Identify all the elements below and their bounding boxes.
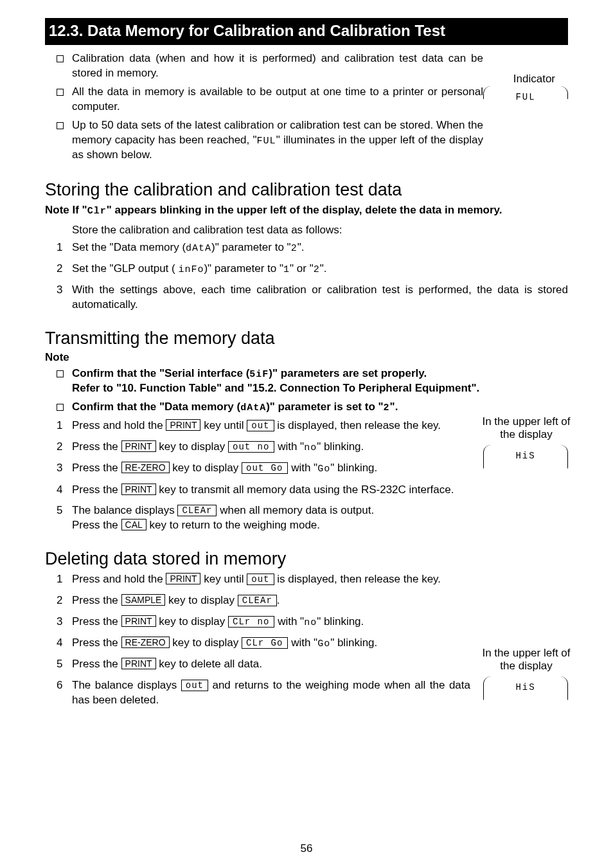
- deleting-step-4: Press the RE-ZERO key to display CLr Go …: [72, 636, 568, 651]
- storing-steps: Set the "Data memory (dAtA)" parameter t…: [45, 240, 568, 312]
- intro-bullet-3: Up to 50 data sets of the latest calibra…: [72, 118, 483, 163]
- intro-bullets: Calibration data (when and how it is per…: [45, 51, 568, 163]
- transmitting-step-5: The balance displays CLEAr when all memo…: [72, 503, 568, 533]
- transmitting-step-4: Press the PRINT key to transmit all memo…: [72, 483, 568, 498]
- out-display: out: [181, 680, 208, 691]
- indicator-value: FUL: [484, 86, 567, 104]
- rezero-key: RE-ZERO: [121, 637, 170, 648]
- page-number: 56: [0, 842, 613, 856]
- out-display: out: [247, 574, 274, 585]
- print-key: PRINT: [166, 573, 200, 584]
- deleting-heading: Deleting data stored in memory: [45, 547, 568, 570]
- print-key: PRINT: [121, 658, 156, 669]
- deleting-step-6: The balance displays out and returns to …: [72, 678, 470, 708]
- storing-step-3: With the settings above, each time calib…: [72, 283, 568, 312]
- storing-note: Note If "Clr" appears blinking in the up…: [45, 203, 568, 218]
- sample-key: SAMPLE: [121, 594, 166, 606]
- section-heading: 12.3. Data Memory for Calibration and Ca…: [45, 18, 568, 45]
- intro-bullet-1: Calibration data (when and how it is per…: [72, 51, 483, 81]
- out-no-display: out no: [228, 441, 274, 453]
- print-key: PRINT: [121, 484, 156, 495]
- out-display: out: [247, 420, 274, 431]
- deleting-step-3: Press the PRINT key to display CLr no wi…: [72, 615, 568, 629]
- intro-bullet-2: All the data in memory is available to b…: [72, 85, 483, 114]
- storing-intro: Store the calibration and calibration te…: [45, 223, 568, 238]
- print-key: PRINT: [121, 615, 156, 627]
- deleting-step-5: Press the PRINT key to delete all data.: [72, 657, 568, 672]
- upper-left-label-1: In the upper left of the display: [475, 415, 578, 442]
- storing-step-1: Set the "Data memory (dAtA)" parameter t…: [72, 240, 568, 255]
- display-value-2: HiS: [484, 676, 567, 694]
- transmitting-note-label: Note: [45, 350, 568, 365]
- print-key: PRINT: [121, 440, 156, 452]
- storing-heading: Storing the calibration and calibration …: [45, 178, 568, 201]
- cal-key: CAL: [121, 519, 147, 530]
- transmitting-note-1: Confirm that the "Serial interface (5iF)…: [72, 366, 568, 396]
- storing-step-2: Set the "GLP output ( inFo)" parameter t…: [72, 262, 568, 276]
- transmitting-step-1: Press and hold the PRINT key until out i…: [72, 419, 470, 433]
- transmitting-note-2: Confirm that the "Data memory (dAtA)" pa…: [72, 400, 568, 415]
- rezero-key: RE-ZERO: [121, 462, 170, 473]
- deleting-step-1: Press and hold the PRINT key until out i…: [72, 572, 568, 587]
- transmitting-step-3: Press the RE-ZERO key to display out Go …: [72, 461, 568, 476]
- clear-display: CLEAr: [177, 505, 217, 516]
- clr-no-display: CLr no: [228, 616, 274, 628]
- indicator-label: Indicator: [513, 72, 555, 87]
- clear-display: CLEAr: [238, 595, 277, 606]
- out-go-display: out Go: [242, 462, 288, 474]
- clr-go-display: CLr Go: [242, 637, 288, 649]
- indicator-box: FUL: [483, 86, 568, 99]
- transmitting-notes: Confirm that the "Serial interface (5iF)…: [45, 366, 568, 415]
- transmitting-heading: Transmitting the memory data: [45, 327, 568, 350]
- deleting-step-2: Press the SAMPLE key to display CLEAr.: [72, 593, 568, 608]
- display-box-2: HiS: [483, 676, 568, 700]
- print-key: PRINT: [166, 419, 200, 431]
- transmitting-step-2: Press the PRINT key to display out no wi…: [72, 440, 568, 455]
